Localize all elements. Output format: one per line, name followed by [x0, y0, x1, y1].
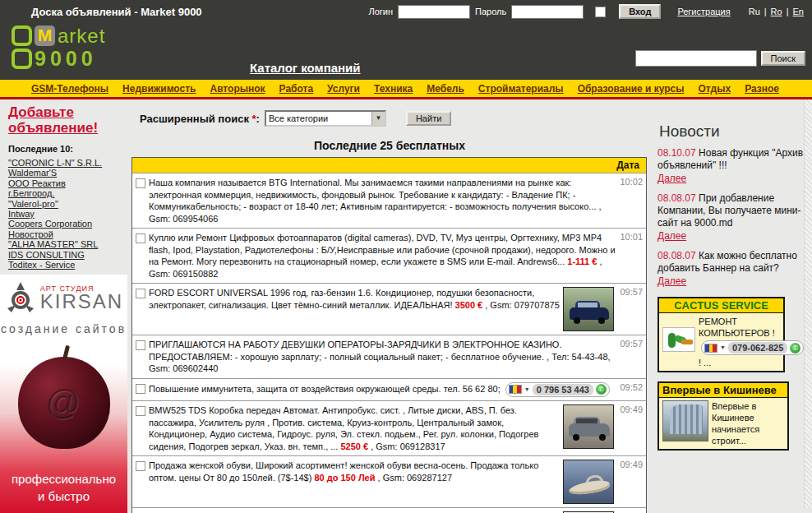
nav-tech[interactable]: Техника	[374, 83, 413, 95]
ad-link[interactable]: Куплю или Ремонт Цифровых фотоаппаратов …	[149, 232, 617, 280]
at-sign: @	[46, 383, 81, 423]
company-link[interactable]: Coopers Corporation	[8, 219, 127, 229]
ad-link[interactable]: BMW525 TDS Коробка передач Автомат. Анти…	[149, 404, 560, 452]
apple-image: @	[18, 357, 110, 449]
add-ad-link[interactable]: Добавьте объявление!	[8, 104, 127, 136]
site-search: Поиск	[635, 50, 805, 67]
select-dropdown-icon[interactable]: ▼	[371, 112, 385, 125]
ad-thumbnail-shoe[interactable]	[563, 460, 614, 504]
ad-checkbox[interactable]	[136, 233, 145, 243]
ad-link[interactable]: Продажа женской обуви, Широкий асортимен…	[149, 460, 560, 483]
ad-link[interactable]: Повышение иммунитета, защита от воздейст…	[149, 382, 617, 398]
news-date: 08.08.07	[657, 250, 696, 261]
find-button[interactable]: Найти	[406, 111, 451, 126]
car-wheel	[573, 434, 579, 441]
logo-text: arket	[58, 26, 105, 46]
nav-gsm[interactable]: GSM-Телефоны	[31, 83, 108, 95]
company-link[interactable]: г.Белгород.	[8, 188, 127, 198]
kirsan-banner-ad[interactable]: АРТ СТУДИЯ KIRSAN создание сайтов @ проф…	[0, 275, 127, 513]
nav-misc[interactable]: Разное	[745, 83, 779, 95]
nav-leisure[interactable]: Отдых	[699, 83, 731, 95]
register-link[interactable]: Регистрация	[677, 7, 730, 16]
news-title: Новости	[659, 122, 805, 141]
cactus-service-ad[interactable]: CACTUS SERVICE РЕМОНТ КОМПЬЮТЕРОВ ! ▼ 07…	[657, 297, 785, 372]
car-wheel	[598, 317, 605, 324]
nav-work[interactable]: Работа	[279, 83, 314, 95]
company-link[interactable]: "ALHA MASTER" SRL	[8, 239, 127, 249]
ad-link[interactable]: FORD ESCORT UNIVERSAL 1996 год, газ-бенз…	[149, 287, 560, 311]
kishinev-ad[interactable]: Впервые в Кишиневе Впервые в Кишиневе на…	[657, 381, 789, 451]
ad-time: 10:01	[617, 232, 645, 242]
ad-row: Продажа женской обуви, Широкий асортимен…	[132, 455, 646, 507]
nav-furniture[interactable]: Мебель	[427, 83, 464, 95]
company-link[interactable]: Waldemar'S	[8, 168, 127, 178]
ad-thumbnail-car[interactable]	[563, 287, 614, 331]
list-heading: Последние 25 бесплатных	[131, 139, 648, 152]
ad-time: 10:02	[617, 177, 645, 187]
company-link[interactable]: "CORONIC L-N" S.R.L.	[8, 158, 127, 168]
ad-row: ПРИГЛАШАЮТСЯ НА РАБОТУ ДЕВУШКИ ОПЕРАТОРЫ…	[132, 335, 646, 378]
company-link[interactable]: "Valerol-pro"	[8, 199, 127, 209]
search-input[interactable]	[635, 50, 757, 67]
nav-services[interactable]: Услуги	[327, 83, 360, 95]
news-more-link[interactable]: Далее	[657, 173, 686, 185]
login-input[interactable]	[398, 5, 470, 19]
ad-thumbnail-car[interactable]	[563, 404, 614, 449]
login-button[interactable]: Вход	[619, 4, 661, 19]
remember-checkbox[interactable]	[595, 7, 606, 17]
logo-9000: 9000	[35, 49, 97, 69]
catalog-link[interactable]: Каталог компаний	[250, 61, 361, 75]
phone-badge[interactable]: ▼ 079-062-825 ✆	[701, 340, 804, 355]
ad-checkbox[interactable]	[136, 384, 145, 394]
category-nav: GSM-Телефоны Недвижимость Авторынок Рабо…	[0, 80, 812, 99]
news-more-link[interactable]: Далее	[657, 230, 686, 243]
login-area: Логин Пароль Вход Регистрация Ru | Ro | …	[368, 4, 804, 19]
ad-checkbox[interactable]	[136, 340, 145, 350]
news-more-link[interactable]: Далее	[657, 275, 686, 288]
nav-education[interactable]: Образование и курсы	[578, 83, 685, 95]
lang-separator: |	[764, 7, 767, 16]
right-sidebar: Новости 08.10.07 Новая функция "Архив об…	[657, 99, 805, 451]
search-button[interactable]: Поиск	[761, 51, 805, 66]
ad-row: Повышение иммунитета, защита от воздейст…	[132, 378, 646, 401]
cactus-ad-text2: ! ...	[699, 357, 804, 368]
ad-time: 09:57	[617, 339, 645, 349]
login-label: Логин	[368, 7, 393, 16]
lang-ru[interactable]: Ru	[749, 7, 760, 16]
ads-table: Дата Наша компания называется BTG Intern…	[131, 157, 647, 513]
ad-checkbox[interactable]	[136, 178, 145, 188]
ad-checkbox[interactable]	[136, 406, 145, 416]
scrollbar-track[interactable]	[804, 99, 812, 508]
news-item: 08.08.07 Как можно бесплатно добавить Ба…	[657, 250, 805, 288]
company-link[interactable]: IDS CONSULTING	[8, 250, 127, 260]
language-switcher: Ru | Ro | En	[749, 7, 804, 16]
ad-link[interactable]: ПРИГЛАШАЮТСЯ НА РАБОТУ ДЕВУШКИ ОПЕРАТОРЫ…	[149, 339, 617, 375]
ad-checkbox[interactable]	[136, 461, 145, 471]
logo-bar: M arket 9000 Каталог компаний Поиск	[0, 23, 812, 80]
ad-checkbox[interactable]	[136, 289, 145, 298]
company-link[interactable]: Intway	[8, 209, 127, 219]
company-link[interactable]: ООО Реактив	[8, 178, 127, 188]
phone-badge[interactable]: ▼ 0 796 53 443 ✆	[505, 382, 610, 398]
call-icon: ✆	[790, 343, 800, 354]
kishinev-ad-title: Впервые в Кишиневе	[659, 383, 787, 398]
dropdown-caret-icon: ▼	[524, 384, 530, 396]
category-select[interactable]: Все категории ▼	[265, 110, 386, 127]
nav-auto[interactable]: Авторынок	[210, 83, 265, 95]
page-title: Доска объявлений - Market 9000	[31, 6, 202, 18]
company-link[interactable]: Новострой	[8, 229, 127, 239]
ad-time: 09:49	[617, 460, 645, 469]
market9000-logo[interactable]: M arket 9000	[12, 25, 105, 72]
cactus-ad-text: РЕМОНТ КОМПЬЮТЕРОВ !	[699, 316, 804, 339]
kirsan-name: KIRSAN	[40, 293, 123, 311]
phone-number: 079-062-825	[728, 342, 787, 354]
topbar: Доска объявлений - Market 9000 Логин Пар…	[0, 0, 812, 23]
company-link[interactable]: Toditex - Service	[8, 260, 127, 270]
ad-link[interactable]: Наша компания называется BTG Internation…	[149, 177, 617, 224]
lang-ro[interactable]: Ro	[771, 7, 782, 16]
lang-en[interactable]: En	[793, 7, 804, 16]
last10-title: Последние 10:	[8, 144, 127, 154]
password-input[interactable]	[511, 5, 584, 19]
nav-realty[interactable]: Недвижимость	[122, 83, 196, 95]
nav-materials[interactable]: Стройматериалы	[478, 83, 564, 95]
